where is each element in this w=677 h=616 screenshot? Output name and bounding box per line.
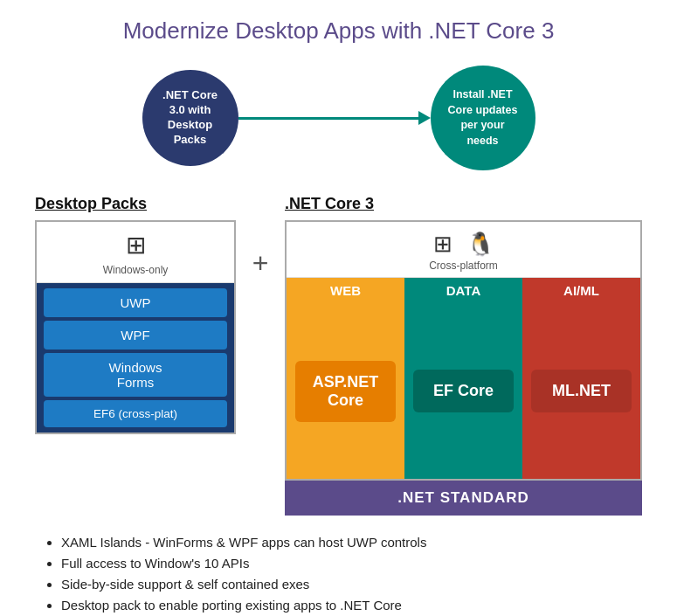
web-header: WEB [287,278,404,303]
data-column: DATA EF Core [404,278,522,479]
net-core-heading: .NET Core 3 [285,195,642,213]
web-column: WEB ASP.NETCore [287,278,404,479]
dp-item-wpf: WPF [44,321,227,350]
net-core-box: ⊞ 🐧 Cross-platform WEB ASP.NETCore DATA … [285,220,642,481]
windows-os-icon: ⊞ [433,231,452,258]
right-circle: Install .NETCore updatesper yourneeds [431,66,535,170]
desktop-packs-heading: Desktop Packs [35,195,236,213]
bullet-1: XAML Islands - WinForms & WPF apps can h… [61,535,642,550]
plus-sign: + [236,195,285,280]
desktop-packs-section: Desktop Packs ⊞ Windows-only UWP WPF Win… [35,195,236,434]
net-core-header: ⊞ 🐧 Cross-platform [287,222,640,278]
main-diagram: Desktop Packs ⊞ Windows-only UWP WPF Win… [35,195,642,516]
bullet-4: Desktop pack to enable porting existing … [61,598,642,613]
windows-platform-label: Windows-only [103,264,169,276]
platform-icons: ⊞ 🐧 [433,231,494,258]
dp-item-ef6: EF6 (cross-plat) [44,400,227,427]
net-core-section: .NET Core 3 ⊞ 🐧 Cross-platform WEB ASP.N… [285,195,642,516]
page-title: Modernize Desktop Apps with .NET Core 3 [35,17,642,45]
arrow [238,111,431,125]
aiml-header: AI/ML [522,278,640,303]
windows-icon: ⊞ [44,231,227,260]
dp-item-winforms: WindowsForms [44,353,227,397]
desktop-packs-header: ⊞ Windows-only [37,222,234,283]
bullet-list: XAML Islands - WinForms & WPF apps can h… [35,535,642,613]
data-header: DATA [404,278,522,303]
desktop-packs-items: UWP WPF WindowsForms EF6 (cross-plat) [37,283,234,433]
linux-icon: 🐧 [466,231,494,258]
net-standard-bar: .NET STANDARD [285,481,642,516]
net-core-columns: WEB ASP.NETCore DATA EF Core AI/ML ML.NE… [287,278,640,479]
arrow-diagram: .NET Core3.0 withDesktopPacks Install .N… [35,66,642,170]
cross-platform-label: Cross-platform [429,260,498,272]
aiml-column: AI/ML ML.NET [522,278,640,479]
bullet-3: Side-by-side support & self contained ex… [61,577,642,592]
mlnet-item: ML.NET [531,370,632,412]
left-circle: .NET Core3.0 withDesktopPacks [142,70,238,166]
efcore-item: EF Core [413,370,514,412]
bullet-2: Full access to Window's 10 APIs [61,556,642,571]
dp-item-uwp: UWP [44,288,227,317]
aspnet-item: ASP.NETCore [295,361,396,422]
desktop-packs-box: ⊞ Windows-only UWP WPF WindowsForms EF6 … [35,220,236,434]
